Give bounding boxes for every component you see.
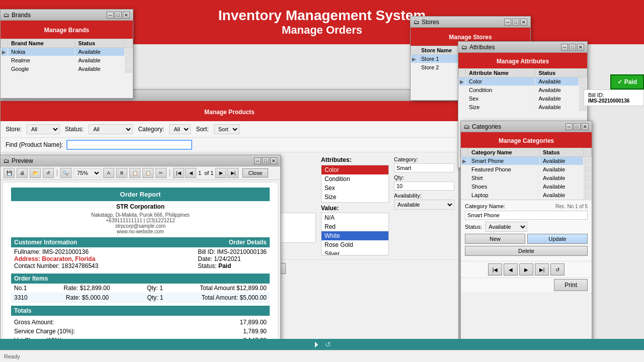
preview-btn-c[interactable]: 📋 — [129, 168, 140, 178]
value-list-item[interactable]: Silver — [321, 249, 388, 255]
value-list-item[interactable]: Rose Gold — [321, 240, 388, 249]
preview-window: 🗂 Preview ─ □ ✕ 💾 🖨 📂 ↺ 🔍- 75%100%50% A … — [0, 155, 281, 353]
cat-status-select[interactable]: Available Unavailable — [485, 222, 527, 232]
attributes-minimize-btn[interactable]: ─ — [561, 44, 568, 51]
categories-close-btn[interactable]: ✕ — [582, 123, 589, 130]
brands-minimize-btn[interactable]: ─ — [107, 12, 114, 19]
find-input[interactable] — [66, 140, 192, 150]
attr-row[interactable]: Sex Available — [459, 95, 587, 103]
preview-btn-e[interactable]: ✂ — [155, 168, 167, 178]
product-cat-input[interactable] — [394, 163, 454, 172]
page-prev-btn[interactable]: ◀ — [185, 168, 196, 178]
preview-print-btn[interactable]: 🖨 — [17, 168, 28, 178]
attr-list-item[interactable]: Condition — [321, 174, 388, 184]
categories-maximize-btn[interactable]: □ — [574, 123, 581, 130]
page-next-btn[interactable]: ▶ — [215, 168, 226, 178]
cat-delete-btn[interactable]: Delete — [465, 246, 588, 256]
report-items-header: Order Items — [11, 274, 270, 284]
store-filter-label: Store: — [6, 126, 22, 133]
preview-open-btn[interactable]: 📂 — [30, 168, 41, 178]
sort-select[interactable]: Sort — [214, 124, 239, 134]
cat-name-input[interactable] — [465, 211, 588, 220]
cat-row[interactable]: Shirt Available — [461, 174, 592, 183]
paid-check-icon: ✓ — [617, 78, 622, 85]
attributes-close-btn[interactable]: ✕ — [577, 44, 584, 51]
stores-close-btn[interactable]: ✕ — [520, 19, 527, 26]
attr-list-item[interactable]: Color — [321, 165, 388, 174]
brands-table-body: ▶ Nokia Available Realme Available Googl… — [1, 48, 133, 73]
cat-row[interactable]: ▶ Smart Phone Available — [461, 157, 592, 165]
cat-row[interactable]: Featured Phone Available — [461, 165, 592, 174]
date-label: Date: — [198, 255, 212, 262]
cat-update-btn[interactable]: Update — [527, 234, 588, 244]
value-list-item[interactable]: White — [321, 231, 388, 240]
service-label: Service Charge (10%): — [14, 328, 75, 335]
preview-btn-b[interactable]: B — [116, 168, 127, 178]
cat-nav-next[interactable]: ▶ — [519, 263, 533, 276]
brands-maximize-btn[interactable]: □ — [115, 12, 122, 19]
brands-close-btn[interactable]: ✕ — [123, 12, 130, 19]
preview-btn-a[interactable]: A — [103, 168, 114, 178]
cat-nav-first[interactable]: |◀ — [488, 263, 502, 276]
cat-status-label: Status: — [465, 224, 482, 230]
brands-titlebar[interactable]: 🗂 Brands ─ □ ✕ — [1, 10, 133, 21]
cat-new-btn[interactable]: New — [465, 234, 525, 244]
attributes-titlebar[interactable]: 🗂 Attributes ─ □ ✕ — [458, 42, 587, 53]
preview-titlebar[interactable]: 🗂 Preview ─ □ ✕ — [1, 155, 280, 166]
status-text: Ready — [4, 353, 20, 359]
stores-minimize-btn[interactable]: ─ — [504, 19, 511, 26]
product-avail-select[interactable]: Available — [394, 200, 454, 210]
status-label: Status: — [198, 262, 216, 269]
brands-row[interactable]: Realme Available — [1, 56, 133, 65]
categories-table: Category Name Status ▶ Smart Phone Avail… — [461, 148, 592, 200]
category-filter-select[interactable]: All — [169, 124, 191, 134]
cat-nav-last[interactable]: ▶| — [535, 263, 549, 276]
cat-row[interactable]: Shoes Available — [461, 183, 592, 191]
cat-scroll-col — [584, 148, 592, 157]
stores-maximize-btn[interactable]: □ — [512, 19, 519, 26]
attr-row[interactable]: Size Available — [459, 103, 587, 112]
attr-row[interactable]: Condition Available — [459, 86, 587, 95]
report-items-list: No.1Rate: $12,899.00Qty: 1Total Amount $… — [11, 284, 270, 303]
attributes-window-title: Attributes — [469, 44, 495, 51]
categories-titlebar[interactable]: 🗂 Categories ─ □ ✕ — [461, 121, 592, 132]
bottom-refresh-btn[interactable]: ↺ — [325, 340, 331, 348]
preview-zoom-out-btn[interactable]: 🔍- — [60, 168, 71, 178]
attr-list-item[interactable]: Size — [321, 193, 388, 202]
stores-titlebar[interactable]: 🗂 Stores ─ □ ✕ — [411, 17, 530, 28]
brands-row[interactable]: ▶ Nokia Available — [1, 48, 133, 56]
bottom-nav-btn[interactable]: ⏵ — [313, 340, 321, 349]
value-list-item[interactable]: Red — [321, 222, 388, 231]
cat-print-btn[interactable]: Print — [554, 279, 588, 291]
order-details-label: Order Details — [229, 239, 267, 246]
status-filter-select[interactable]: AllAvailableUnavailable — [89, 124, 133, 134]
preview-minimize-btn[interactable]: ─ — [254, 157, 261, 164]
preview-save-btn[interactable]: 💾 — [4, 168, 15, 178]
cat-name: Shirt — [468, 174, 540, 183]
page-last-btn[interactable]: ▶| — [227, 168, 238, 178]
preview-zoom-select[interactable]: 75%100%50% — [73, 168, 101, 177]
categories-table-body: ▶ Smart Phone Available Featured Phone A… — [461, 157, 592, 200]
page-first-btn[interactable]: |◀ — [173, 168, 184, 178]
preview-btn-d[interactable]: 📋 — [142, 168, 153, 178]
value-list-item[interactable]: N/A — [321, 213, 388, 222]
store-filter-select[interactable]: AllStore 1Store 2 — [27, 124, 60, 134]
attr-status: Available — [535, 86, 579, 95]
cat-nav-prev[interactable]: ◀ — [504, 263, 518, 276]
preview-refresh-btn[interactable]: ↺ — [43, 168, 54, 178]
preview-close-btn[interactable]: ✕ — [270, 157, 277, 164]
report-cust-header: Customer Information Order Details — [11, 237, 270, 247]
cat-nav-refresh[interactable]: ↺ — [550, 263, 565, 276]
categories-minimize-btn[interactable]: ─ — [566, 123, 573, 130]
close-preview-btn[interactable]: Close — [243, 168, 268, 177]
preview-restore-btn[interactable]: □ — [262, 157, 269, 164]
attributes-maximize-btn[interactable]: □ — [569, 44, 576, 51]
brands-scroll-col — [125, 39, 133, 48]
cat-row[interactable]: Laptop Available — [461, 191, 592, 200]
attr-list-item[interactable]: Sex — [321, 184, 388, 193]
service-val: 1,789.90 — [243, 328, 267, 335]
attr-row[interactable]: ▶ Color Available — [459, 77, 587, 86]
brands-row[interactable]: Google Available — [1, 65, 133, 73]
product-qty-input[interactable] — [394, 182, 454, 191]
product-avail-label: Availability: — [394, 193, 454, 199]
